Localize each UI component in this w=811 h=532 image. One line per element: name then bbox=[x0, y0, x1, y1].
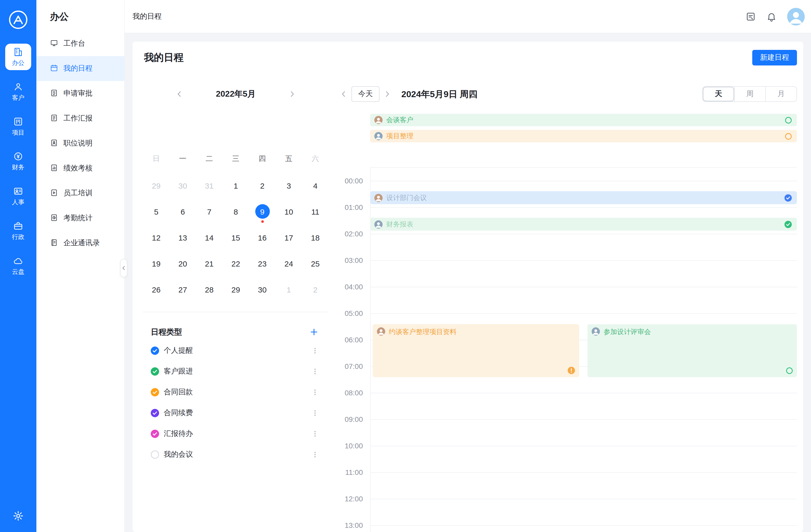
date-cell[interactable]: 12 bbox=[143, 224, 169, 250]
date-cell[interactable]: 20 bbox=[169, 250, 196, 277]
type-checkbox[interactable] bbox=[151, 409, 159, 417]
view-tab-week[interactable]: 周 bbox=[734, 87, 765, 101]
date-cell[interactable]: 30 bbox=[249, 277, 276, 302]
cloud-icon bbox=[13, 255, 24, 266]
date-cell[interactable]: 1 bbox=[223, 172, 249, 199]
date-cell[interactable]: 11 bbox=[302, 199, 328, 224]
rail-item-customer[interactable]: 客户 bbox=[5, 78, 31, 105]
calendar-event[interactable]: 财务报表 bbox=[370, 218, 797, 231]
rail-item-admin[interactable]: 行政 bbox=[5, 218, 31, 244]
sidebar-item-workbench[interactable]: 工作台 bbox=[36, 31, 124, 56]
event-status-icon bbox=[784, 194, 792, 202]
sidebar-item-label: 我的日程 bbox=[63, 64, 93, 73]
date-cell[interactable]: 18 bbox=[302, 224, 328, 250]
sidebar-item-attendance[interactable]: 考勤统计 bbox=[36, 206, 124, 231]
date-cell[interactable]: 10 bbox=[276, 199, 302, 224]
type-more-icon[interactable] bbox=[311, 389, 319, 396]
bell-icon[interactable] bbox=[766, 11, 777, 21]
date-cell[interactable]: 22 bbox=[223, 250, 249, 277]
date-cell[interactable]: 25 bbox=[302, 250, 328, 277]
date-number: 12 bbox=[149, 230, 164, 245]
date-cell[interactable]: 29 bbox=[143, 172, 169, 199]
date-cell[interactable]: 9 bbox=[249, 199, 276, 224]
schedule-type-row: 客户跟进 bbox=[151, 361, 320, 382]
type-checkbox[interactable] bbox=[151, 346, 159, 355]
view-tab-month[interactable]: 月 bbox=[765, 87, 796, 101]
sidebar-item-label: 绩效考核 bbox=[63, 163, 93, 173]
sidebar-item-kpi[interactable]: 绩效考核 bbox=[36, 156, 124, 181]
settings-gear-icon[interactable] bbox=[13, 510, 24, 521]
calendar-event[interactable]: 参加设计评审会 bbox=[587, 325, 797, 377]
calendar-event[interactable]: 约谈客户整理项目资料 bbox=[373, 325, 579, 377]
app-logo-icon[interactable] bbox=[7, 8, 30, 31]
rail-item-cloud[interactable]: 云盘 bbox=[5, 252, 31, 279]
date-cell[interactable]: 24 bbox=[276, 250, 302, 277]
date-cell[interactable]: 17 bbox=[276, 224, 302, 250]
date-number: 8 bbox=[229, 204, 243, 219]
date-cell[interactable]: 19 bbox=[143, 250, 169, 277]
today-button[interactable]: 今天 bbox=[351, 86, 380, 102]
date-cell[interactable]: 1 bbox=[276, 277, 302, 302]
date-cell[interactable]: 2 bbox=[302, 277, 328, 302]
date-cell[interactable]: 3 bbox=[276, 172, 302, 199]
allday-event[interactable]: 项目整理 bbox=[370, 130, 797, 142]
type-more-icon[interactable] bbox=[311, 451, 319, 458]
date-cell[interactable]: 15 bbox=[223, 224, 249, 250]
date-cell[interactable]: 14 bbox=[196, 224, 223, 250]
sidebar-item-position[interactable]: 职位说明 bbox=[36, 131, 124, 156]
type-checkbox[interactable] bbox=[151, 451, 159, 459]
date-cell[interactable]: 13 bbox=[169, 224, 196, 250]
date-cell[interactable]: 6 bbox=[169, 199, 196, 224]
date-number: 31 bbox=[202, 178, 216, 193]
rail-item-hr[interactable]: 人事 bbox=[5, 183, 31, 209]
rail-item-label: 人事 bbox=[12, 198, 25, 207]
next-day-icon[interactable] bbox=[382, 90, 393, 98]
date-cell[interactable]: 29 bbox=[223, 277, 249, 302]
date-cell[interactable]: 16 bbox=[249, 224, 276, 250]
calendar-event[interactable]: 设计部门会议 bbox=[370, 191, 797, 204]
date-cell[interactable]: 2 bbox=[249, 172, 276, 199]
date-cell[interactable]: 7 bbox=[196, 199, 223, 224]
type-more-icon[interactable] bbox=[311, 409, 319, 417]
sidebar-item-training[interactable]: 员工培训 bbox=[36, 181, 124, 206]
date-number: 14 bbox=[202, 230, 216, 245]
type-more-icon[interactable] bbox=[311, 368, 319, 375]
date-cell[interactable]: 31 bbox=[196, 172, 223, 199]
sidebar-collapse-handle[interactable] bbox=[120, 259, 127, 278]
type-checkbox[interactable] bbox=[151, 429, 159, 438]
sidebar-item-report[interactable]: 工作汇报 bbox=[36, 106, 124, 131]
position-icon bbox=[50, 139, 58, 148]
hour-gridline bbox=[370, 234, 797, 234]
rail-item-finance[interactable]: 财务 bbox=[5, 148, 31, 175]
type-checkbox[interactable] bbox=[151, 367, 159, 376]
date-cell[interactable]: 26 bbox=[143, 277, 169, 302]
approval-log-icon[interactable] bbox=[746, 11, 756, 21]
rail-item-project[interactable]: 项目 bbox=[5, 113, 31, 140]
hour-label: 03:00 bbox=[338, 256, 363, 264]
view-tab-day[interactable]: 天 bbox=[703, 87, 734, 101]
rail-item-office[interactable]: 办公 bbox=[5, 44, 31, 70]
date-cell[interactable]: 30 bbox=[169, 172, 196, 199]
sidebar-item-contacts[interactable]: 企业通讯录 bbox=[36, 231, 124, 255]
hour-label: 12:00 bbox=[338, 495, 363, 503]
add-schedule-type-icon[interactable] bbox=[310, 328, 318, 335]
user-avatar[interactable] bbox=[787, 7, 805, 25]
date-cell[interactable]: 4 bbox=[302, 172, 328, 199]
date-cell[interactable]: 28 bbox=[196, 277, 223, 302]
type-more-icon[interactable] bbox=[311, 430, 319, 437]
allday-event[interactable]: 会谈客户 bbox=[370, 114, 797, 126]
sidebar-item-approval[interactable]: 申请审批 bbox=[36, 81, 124, 106]
date-cell[interactable]: 21 bbox=[196, 250, 223, 277]
prev-month-icon[interactable] bbox=[175, 90, 184, 98]
schedule-card: 我的日程 新建日程 2022年5月 日一二三四五六 29303112345678… bbox=[133, 42, 803, 532]
prev-day-icon[interactable] bbox=[338, 90, 349, 98]
date-cell[interactable]: 23 bbox=[249, 250, 276, 277]
date-cell[interactable]: 8 bbox=[223, 199, 249, 224]
sidebar-item-schedule[interactable]: 我的日程 bbox=[36, 56, 124, 81]
date-cell[interactable]: 5 bbox=[143, 199, 169, 224]
type-checkbox[interactable] bbox=[151, 388, 159, 396]
new-schedule-button[interactable]: 新建日程 bbox=[752, 50, 797, 65]
date-cell[interactable]: 27 bbox=[169, 277, 196, 302]
type-more-icon[interactable] bbox=[311, 347, 319, 354]
next-month-icon[interactable] bbox=[288, 90, 296, 98]
